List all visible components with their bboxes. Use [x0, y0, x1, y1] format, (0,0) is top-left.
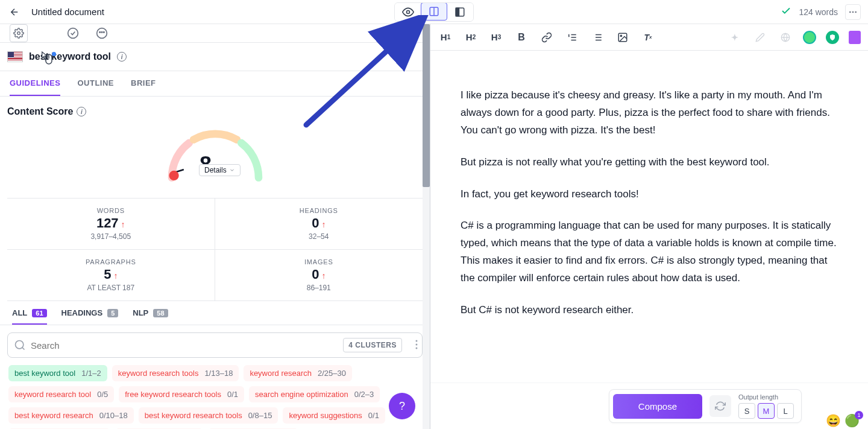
flag-us-icon [7, 51, 23, 62]
tab-guidelines[interactable]: GUIDELINES [10, 71, 60, 96]
back-button[interactable] [7, 5, 22, 19]
clusters-button[interactable]: 4 CLUSTERS [343, 338, 402, 352]
stat-words: WORDS 127↑ 3,917–4,505 [7, 199, 215, 250]
view-switcher [394, 2, 474, 22]
bold-button[interactable]: B [514, 30, 529, 45]
keyword-chip[interactable]: keyword research tool0/5 [8, 386, 114, 402]
kw-menu-button[interactable] [415, 340, 418, 351]
pencil-icon[interactable] [752, 30, 768, 45]
paragraph[interactable]: C# is a programming language that can be… [461, 217, 838, 287]
clear-format-button[interactable]: Tx [640, 30, 656, 45]
word-count: 124 words [799, 7, 838, 17]
keyword-chip[interactable]: best keyword research0/10–18 [8, 407, 134, 424]
compose-button[interactable]: Compose [613, 394, 702, 419]
svg-point-20 [416, 340, 418, 342]
svg-point-6 [852, 11, 854, 13]
kwtab-nlp[interactable]: NLP 58 [133, 308, 168, 325]
h2-button[interactable]: H2 [463, 30, 479, 45]
scrollbar[interactable] [423, 24, 430, 429]
info-icon[interactable]: i [77, 107, 86, 116]
length-s-button[interactable]: S [738, 403, 755, 419]
shield-icon[interactable] [826, 31, 839, 44]
check-icon [781, 5, 791, 18]
length-m-button[interactable]: M [758, 403, 775, 419]
link-button[interactable] [539, 30, 555, 45]
svg-point-8 [17, 32, 20, 35]
keyword-chip[interactable]: free keyword research tools0/1 [119, 386, 244, 402]
emoji-badge[interactable]: 🟢1 [844, 413, 860, 428]
avatar-grammarly[interactable] [803, 31, 816, 44]
more-menu-button[interactable] [845, 4, 861, 20]
image-button[interactable] [615, 30, 631, 45]
svg-point-21 [416, 343, 418, 345]
paragraph[interactable]: But pizza is not really what you're gett… [461, 154, 838, 171]
stat-paragraphs: PARAGRAPHS 5↑ AT LEAST 187 [7, 250, 215, 301]
sparkle-icon[interactable]: ✦ [727, 30, 743, 45]
check-circle-icon[interactable] [64, 24, 82, 42]
svg-point-18 [16, 341, 24, 349]
svg-point-7 [855, 11, 857, 13]
stat-headings: HEADINGS 0↑ 32–54 [215, 199, 423, 250]
paragraph[interactable]: I like pizza because it's cheesy and gre… [461, 87, 838, 139]
keyword-chip[interactable]: best keyword tool1/1–2 [8, 365, 107, 381]
keyword-chip[interactable]: keyword research tools1/13–18 [112, 365, 239, 381]
h3-button[interactable]: H3 [488, 30, 504, 45]
length-l-button[interactable]: L [777, 403, 794, 419]
svg-point-22 [416, 347, 418, 349]
tab-outline[interactable]: OUTLINE [77, 71, 114, 96]
keyword-chip[interactable]: best keyword research tools0/8–15 [139, 407, 278, 424]
ordered-list-button[interactable] [564, 30, 580, 45]
svg-point-11 [99, 32, 101, 33]
globe-icon[interactable] [778, 30, 793, 45]
svg-point-17 [169, 171, 178, 180]
emoji-icon[interactable] [93, 24, 111, 42]
svg-point-0 [406, 10, 409, 13]
svg-line-19 [22, 348, 25, 350]
kwtab-all[interactable]: ALL 61 [12, 308, 47, 325]
svg-point-12 [104, 32, 105, 33]
view-preview-button[interactable] [395, 3, 421, 21]
svg-point-5 [849, 11, 851, 13]
view-split-button[interactable] [421, 2, 447, 21]
status-dot [52, 52, 56, 56]
svg-point-33 [620, 35, 621, 36]
paragraph[interactable]: But C# is not keyword research either. [461, 302, 838, 319]
details-button[interactable]: Details [199, 164, 241, 176]
info-icon[interactable]: i [117, 52, 127, 62]
keyword-chip[interactable]: search engine optimization0/2–3 [249, 386, 380, 402]
keyword-chip[interactable]: keyword research2/25–30 [244, 365, 352, 381]
avatar-pill[interactable] [849, 31, 861, 44]
editor-content[interactable]: I like pizza because it's cheesy and gre… [430, 51, 868, 429]
svg-rect-4 [456, 8, 459, 16]
tab-brief[interactable]: BRIEF [131, 71, 156, 96]
view-full-button[interactable] [447, 3, 473, 21]
h1-button[interactable]: H1 [438, 30, 453, 45]
help-button[interactable]: ? [389, 393, 415, 419]
kwtab-headings[interactable]: HEADINGS 5 [61, 308, 119, 325]
svg-point-9 [68, 28, 78, 39]
length-label: Output length [738, 393, 794, 401]
bullet-list-button[interactable] [590, 30, 605, 45]
refresh-button[interactable] [709, 395, 731, 417]
paragraph[interactable]: In fact, you get keyword research tools! [461, 186, 838, 203]
emoji-badge[interactable]: 😄 [826, 413, 841, 428]
search-icon [14, 339, 26, 351]
content-score-label: Content Score i [7, 106, 423, 117]
keyword-chip[interactable]: keyword suggestions0/1 [283, 407, 385, 424]
svg-point-13 [101, 32, 102, 33]
stat-images: IMAGES 0↑ 86–191 [215, 250, 423, 301]
gear-icon[interactable] [10, 24, 28, 42]
document-title[interactable]: Untitled document [31, 7, 104, 17]
